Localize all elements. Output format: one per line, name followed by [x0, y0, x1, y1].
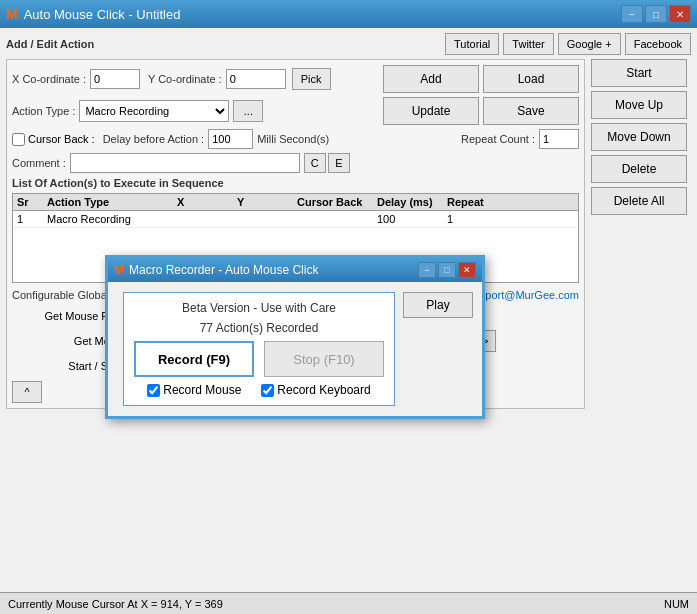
close-button[interactable]: ✕: [669, 5, 691, 23]
scroll-up-button[interactable]: ^: [12, 381, 42, 403]
move-up-button[interactable]: Move Up: [591, 91, 687, 119]
record-mouse-checkbox[interactable]: [147, 384, 160, 397]
dot-dot-dot-button[interactable]: ...: [233, 100, 263, 122]
milli-seconds-label: Milli Second(s): [257, 133, 329, 145]
delete-button[interactable]: Delete: [591, 155, 687, 183]
macro-recorder-dialog: M Macro Recorder - Auto Mouse Click − □ …: [105, 255, 485, 419]
save-button[interactable]: Save: [483, 97, 579, 125]
comment-label: Comment :: [12, 157, 66, 169]
start-button[interactable]: Start: [591, 59, 687, 87]
minimize-button[interactable]: −: [621, 5, 643, 23]
row-x: [177, 213, 237, 225]
dialog-title: Macro Recorder - Auto Mouse Click: [129, 263, 318, 277]
status-text: Currently Mouse Cursor At X = 914, Y = 3…: [8, 598, 223, 610]
add-button[interactable]: Add: [383, 65, 479, 93]
col-action-header: Action Type: [47, 196, 177, 208]
row-repeat: 1: [447, 213, 507, 225]
cursor-back-label: Cursor Back :: [12, 133, 95, 146]
c-button[interactable]: C: [304, 153, 326, 173]
x-coord-input[interactable]: [90, 69, 140, 89]
record-keyboard-label: Record Keyboard: [261, 383, 370, 397]
load-button[interactable]: Load: [483, 65, 579, 93]
pick-button[interactable]: Pick: [292, 68, 331, 90]
y-coord-label: Y Co-ordinate :: [148, 73, 222, 85]
facebook-button[interactable]: Facebook: [625, 33, 691, 55]
dialog-controls: − □ ✕: [418, 262, 476, 278]
col-sr-header: Sr: [17, 196, 47, 208]
e-button[interactable]: E: [328, 153, 350, 173]
stop-button[interactable]: Stop (F10): [264, 341, 384, 377]
title-bar: M Auto Mouse Click - Untitled − □ ✕: [0, 0, 697, 28]
maximize-button[interactable]: □: [645, 5, 667, 23]
comment-input[interactable]: [70, 153, 300, 173]
dialog-recorded-text: 77 Action(s) Recorded: [200, 321, 319, 335]
status-bar: Currently Mouse Cursor At X = 914, Y = 3…: [0, 592, 697, 614]
col-y-header: Y: [237, 196, 297, 208]
delay-input[interactable]: [208, 129, 253, 149]
dialog-inner-box: Beta Version - Use with Care 77 Action(s…: [123, 292, 395, 406]
action-type-label: Action Type :: [12, 105, 75, 117]
num-label: NUM: [664, 598, 689, 610]
window-title: Auto Mouse Click - Untitled: [24, 7, 181, 22]
row-cursor: [297, 213, 377, 225]
col-repeat-header: Repeat: [447, 196, 507, 208]
dialog-maximize-button[interactable]: □: [438, 262, 456, 278]
delay-label: Delay before Action :: [103, 133, 205, 145]
x-coord-label: X Co-ordinate :: [12, 73, 86, 85]
record-button[interactable]: Record (F9): [134, 341, 254, 377]
record-keyboard-checkbox[interactable]: [261, 384, 274, 397]
dialog-beta-text: Beta Version - Use with Care: [182, 301, 336, 315]
repeat-count-input[interactable]: [539, 129, 579, 149]
tutorial-button[interactable]: Tutorial: [445, 33, 499, 55]
move-down-button[interactable]: Move Down: [591, 123, 687, 151]
table-row[interactable]: 1 Macro Recording 100 1: [13, 211, 578, 228]
repeat-count-label: Repeat Count :: [461, 133, 535, 145]
action-type-select[interactable]: Macro Recording: [79, 100, 229, 122]
row-sr: 1: [17, 213, 47, 225]
col-cursor-header: Cursor Back: [297, 196, 377, 208]
dialog-record-row: Record (F9) Stop (F10): [134, 341, 384, 377]
window-controls: − □ ✕: [621, 5, 691, 23]
list-section-label: List Of Action(s) to Execute in Sequence: [12, 177, 579, 189]
col-delay-header: Delay (ms): [377, 196, 447, 208]
dialog-body: Beta Version - Use with Care 77 Action(s…: [108, 282, 482, 416]
twitter-button[interactable]: Twitter: [503, 33, 553, 55]
dialog-checkbox-row: Record Mouse Record Keyboard: [147, 383, 370, 397]
dialog-icon: M: [114, 263, 124, 277]
add-edit-section-label: Add / Edit Action: [6, 38, 94, 50]
row-delay: 100: [377, 213, 447, 225]
app-icon: M: [6, 6, 18, 22]
row-y: [237, 213, 297, 225]
y-coord-input[interactable]: [226, 69, 286, 89]
row-action-type: Macro Recording: [47, 213, 177, 225]
col-x-header: X: [177, 196, 237, 208]
right-panel: Start Move Up Move Down Delete Delete Al…: [591, 59, 691, 409]
play-button[interactable]: Play: [403, 292, 473, 318]
record-mouse-label: Record Mouse: [147, 383, 241, 397]
dialog-minimize-button[interactable]: −: [418, 262, 436, 278]
delete-all-button[interactable]: Delete All: [591, 187, 687, 215]
table-header: Sr Action Type X Y Cursor Back Delay (ms…: [13, 194, 578, 211]
google-plus-button[interactable]: Google +: [558, 33, 621, 55]
update-button[interactable]: Update: [383, 97, 479, 125]
cursor-back-checkbox[interactable]: [12, 133, 25, 146]
dialog-close-button[interactable]: ✕: [458, 262, 476, 278]
dialog-title-bar: M Macro Recorder - Auto Mouse Click − □ …: [108, 258, 482, 282]
